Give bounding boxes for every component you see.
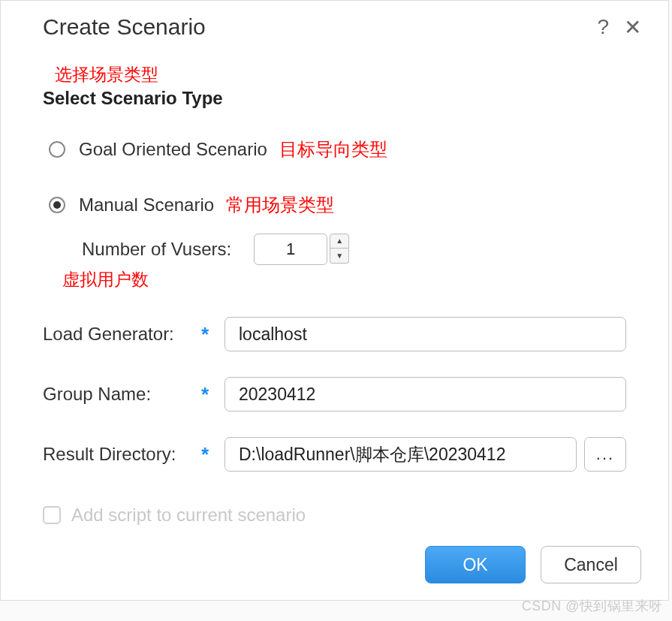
load-generator-label: Load Generator: bbox=[43, 324, 194, 345]
radio-manual-row: Manual Scenario 常用场景类型 bbox=[43, 193, 626, 217]
vusers-input[interactable] bbox=[254, 234, 327, 265]
vusers-label: Number of Vusers: bbox=[82, 239, 231, 260]
help-icon[interactable]: ? bbox=[589, 15, 616, 39]
dialog-title: Create Scenario bbox=[43, 14, 589, 40]
spinner-buttons: ▲ ▼ bbox=[330, 234, 349, 265]
group-name-label: Group Name: bbox=[43, 384, 194, 405]
radio-manual[interactable] bbox=[49, 197, 65, 213]
required-marker: * bbox=[194, 383, 215, 406]
radio-manual-label: Manual Scenario bbox=[79, 194, 214, 216]
create-scenario-dialog: Create Scenario ? ✕ 选择场景类型 Select Scenar… bbox=[0, 0, 669, 601]
group-name-input[interactable] bbox=[225, 377, 626, 411]
radio-goal-oriented[interactable] bbox=[49, 141, 65, 158]
add-script-checkbox bbox=[43, 506, 61, 524]
add-script-row: Add script to current scenario bbox=[43, 505, 626, 526]
cancel-button[interactable]: Cancel bbox=[541, 546, 641, 583]
watermark: CSDN @快到锅里来呀 bbox=[522, 597, 663, 615]
spinner-up-icon[interactable]: ▲ bbox=[330, 234, 349, 249]
titlebar: Create Scenario ? ✕ bbox=[1, 1, 668, 50]
result-directory-input[interactable] bbox=[225, 437, 577, 472]
load-generator-row: Load Generator: * bbox=[43, 317, 626, 351]
vusers-spinner: ▲ ▼ bbox=[254, 234, 349, 265]
annotation-vusers: 虚拟用户数 bbox=[62, 268, 626, 291]
group-name-row: Group Name: * bbox=[43, 377, 626, 411]
vusers-row: Number of Vusers: ▲ ▼ bbox=[82, 234, 626, 265]
ok-button[interactable]: OK bbox=[425, 546, 526, 583]
radio-goal-oriented-label: Goal Oriented Scenario bbox=[79, 139, 267, 160]
dialog-content: 选择场景类型 Select Scenario Type Goal Oriente… bbox=[1, 50, 668, 600]
load-generator-input[interactable] bbox=[225, 317, 626, 351]
annotation-manual: 常用场景类型 bbox=[226, 193, 334, 217]
required-marker: * bbox=[194, 323, 215, 346]
add-script-label: Add script to current scenario bbox=[71, 505, 306, 526]
radio-goal-oriented-row: Goal Oriented Scenario 目标导向类型 bbox=[43, 137, 626, 161]
browse-button[interactable]: ... bbox=[584, 437, 626, 472]
button-bar: OK Cancel bbox=[425, 546, 641, 583]
close-icon[interactable]: ✕ bbox=[616, 15, 649, 40]
spinner-down-icon[interactable]: ▼ bbox=[330, 249, 349, 264]
section-title: Select Scenario Type bbox=[43, 88, 626, 109]
annotation-goal-oriented: 目标导向类型 bbox=[279, 137, 387, 161]
result-directory-label: Result Directory: bbox=[43, 444, 194, 465]
annotation-select-type: 选择场景类型 bbox=[55, 63, 626, 86]
result-directory-row: Result Directory: * ... bbox=[43, 437, 626, 472]
required-marker: * bbox=[194, 443, 215, 466]
